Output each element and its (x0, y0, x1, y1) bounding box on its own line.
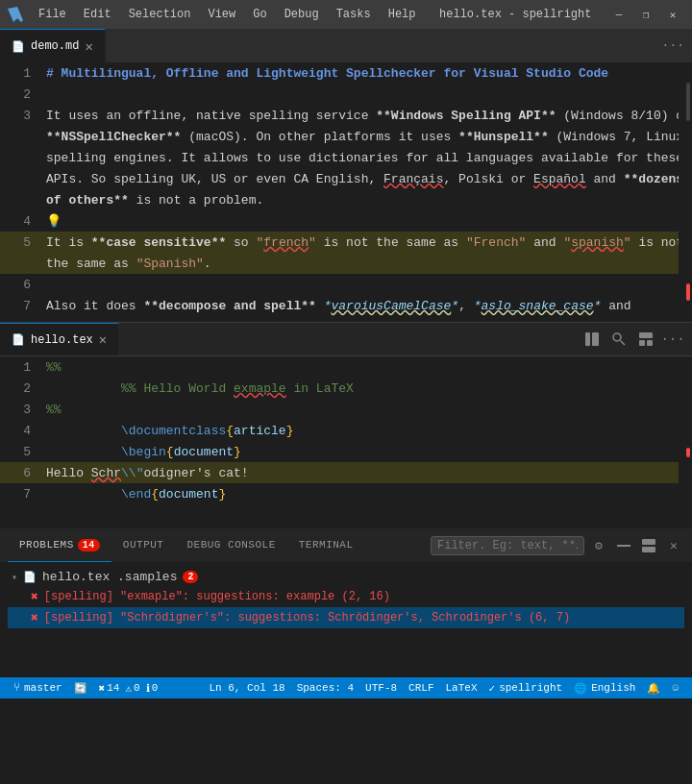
editor-line-5b: the same as "Spanish". (0, 253, 679, 274)
file-icon-group: 📄 (23, 571, 37, 583)
filter-layout-icon[interactable] (638, 535, 659, 556)
svg-rect-6 (647, 340, 653, 346)
line-ending[interactable]: CRLF (403, 677, 439, 698)
spellcheck-icon: ✓ (489, 682, 496, 695)
menu-debug[interactable]: Debug (277, 6, 327, 23)
tex-line-5: 5 \begin{document} (0, 441, 679, 462)
search-icon[interactable] (607, 328, 630, 351)
svg-line-3 (621, 341, 626, 346)
editor-line-3c: spelling engines. It allows to use dicti… (0, 147, 679, 168)
title-bar-left: File Edit Selection View Go Debug Tasks … (8, 6, 424, 23)
top-editor-more[interactable]: ··· (655, 38, 692, 53)
maximize-button[interactable]: ❐ (634, 5, 657, 24)
menu-selection[interactable]: Selection (121, 6, 199, 23)
pane-editor-actions: ··· (581, 328, 692, 351)
window-controls: — ❐ ✕ (607, 5, 684, 24)
svg-rect-4 (639, 332, 653, 338)
status-right: Ln 6, Col 18 Spaces: 4 UTF-8 CRLF LaTeX … (203, 677, 684, 698)
menu-go[interactable]: Go (245, 6, 274, 23)
language-mode[interactable]: LaTeX (440, 677, 483, 698)
split-view-icon[interactable] (581, 328, 604, 351)
pane-divider: 📄 hello.tex ✕ ··· (0, 322, 692, 355)
git-branch-label: master (24, 682, 62, 694)
editor-line-2: 2 (0, 84, 679, 105)
panel-filter-area: ⚙ ✕ (431, 535, 684, 556)
status-bar: ⑂ master 🔄 ✖ 14 ⚠ 0 ℹ 0 Ln 6, Col 18 Spa… (0, 677, 692, 698)
filter-gear-icon[interactable]: ⚙ (588, 535, 609, 556)
editor-line-1: 1 # Multilingual, Offline and Lightweigh… (0, 62, 679, 84)
svg-rect-8 (642, 539, 655, 545)
file-icon-tex: 📄 (12, 333, 25, 346)
tex-line-7: 7 \end{document} (0, 483, 679, 504)
minimize-button[interactable]: — (607, 5, 630, 24)
errors-label: 14 (107, 682, 119, 694)
file-icon-demo: 📄 (12, 40, 25, 53)
menu-view[interactable]: View (200, 6, 243, 23)
tab-demo-md[interactable]: 📄 demo.md ✕ (0, 29, 106, 62)
filter-collapse-icon[interactable] (613, 535, 634, 556)
app-icon (8, 7, 23, 22)
bottom-editor-pane: 1 %% 2 %% Hello World exmaple in LaTeX 3… (0, 355, 692, 528)
feedback-icon[interactable]: ☺ (666, 677, 684, 698)
tab-hello-tex-close[interactable]: ✕ (99, 331, 107, 348)
svg-rect-7 (617, 545, 630, 547)
info-icon-status: ℹ (146, 682, 150, 695)
warning-icon-status: ⚠ (125, 682, 132, 695)
spaces-setting[interactable]: Spaces: 4 (291, 677, 359, 698)
menu-edit[interactable]: Edit (76, 6, 119, 23)
panel-tab-debug-console[interactable]: DEBUG CONSOLE (175, 528, 286, 562)
spellright-status[interactable]: ✓ spellright (483, 677, 569, 698)
tex-line-2: 2 %% Hello World exmaple in LaTeX (0, 378, 679, 399)
git-icon: ⑂ (13, 681, 20, 695)
layout-icon[interactable] (634, 328, 657, 351)
encoding-label[interactable]: UTF-8 (359, 677, 403, 698)
menu-help[interactable]: Help (381, 6, 424, 23)
panel-close-icon[interactable]: ✕ (663, 535, 684, 556)
group-badge: 2 (183, 571, 198, 583)
svg-rect-1 (592, 332, 599, 346)
bell-icon[interactable]: 🔔 (641, 677, 666, 698)
editor-line-6: 6 (0, 274, 679, 295)
menu-file[interactable]: File (31, 6, 74, 23)
sync-button[interactable]: 🔄 (68, 677, 93, 698)
window-title: hello.tex - spellright (439, 8, 591, 21)
close-button[interactable]: ✕ (661, 5, 684, 24)
title-bar: File Edit Selection View Go Debug Tasks … (0, 0, 692, 29)
english-label[interactable]: 🌐 English (568, 677, 641, 698)
git-branch[interactable]: ⑂ master (8, 677, 68, 698)
svg-rect-9 (642, 547, 655, 552)
top-editor-content: 1 # Multilingual, Offline and Lightweigh… (0, 62, 692, 322)
menu-bar: File Edit Selection View Go Debug Tasks … (31, 6, 424, 23)
panel-tab-problems[interactable]: PROBLEMS 14 (8, 528, 111, 562)
error-icon-status: ✖ (99, 682, 106, 695)
cursor-position[interactable]: Ln 6, Col 18 (203, 677, 290, 698)
problem-item-2[interactable]: ✖ [spelling] "Schrödigner's": suggestion… (8, 607, 684, 628)
top-editor-tabs: 📄 demo.md ✕ ··· (0, 29, 692, 62)
problem-item-1[interactable]: ✖ [spelling] "exmaple": suggestions: exa… (8, 586, 684, 607)
menu-tasks[interactable]: Tasks (329, 6, 379, 23)
group-filename: hello.tex .samples (42, 570, 177, 584)
more-actions-icon[interactable]: ··· (661, 328, 684, 351)
panel-tab-output[interactable]: OUTPUT (111, 528, 176, 562)
editor-line-7: 7 Also it does **decompose and spell** *… (0, 295, 679, 316)
panel-content: ▾ 📄 hello.tex .samples 2 ✖ [spelling] "e… (0, 562, 692, 677)
errors-count[interactable]: ✖ 14 ⚠ 0 ℹ 0 (93, 677, 164, 698)
warnings-label: 0 (134, 682, 140, 694)
tab-demo-md-close[interactable]: ✕ (85, 38, 92, 55)
problems-label: PROBLEMS (19, 539, 74, 551)
editor-line-3d: APIs. So spelling UK, US or even CA Engl… (0, 168, 679, 189)
tab-hello-tex-label: hello.tex (31, 333, 93, 347)
tab-demo-md-label: demo.md (31, 39, 79, 53)
tab-hello-tex[interactable]: 📄 hello.tex ✕ (0, 323, 119, 356)
bottom-editor-content: 1 %% 2 %% Hello World exmaple in LaTeX 3… (0, 356, 692, 504)
editor-line-5: 5 It is **case sensitive** so "french" i… (0, 232, 679, 253)
info-label: 0 (152, 682, 159, 694)
editor-line-3b: **NSSpellChecker** (macOS). On other pla… (0, 126, 679, 147)
editor-line-3: 3 It uses an offline, native spelling se… (0, 105, 679, 126)
spellcheck-label: spellright (499, 682, 562, 694)
problem-group-header[interactable]: ▾ 📄 hello.tex .samples 2 (8, 568, 684, 586)
top-editor-pane: 1 # Multilingual, Offline and Lightweigh… (0, 62, 692, 322)
panel-tab-terminal[interactable]: TERMINAL (287, 528, 365, 562)
sync-icon: 🔄 (74, 682, 87, 695)
panel-filter-input[interactable] (431, 536, 584, 555)
